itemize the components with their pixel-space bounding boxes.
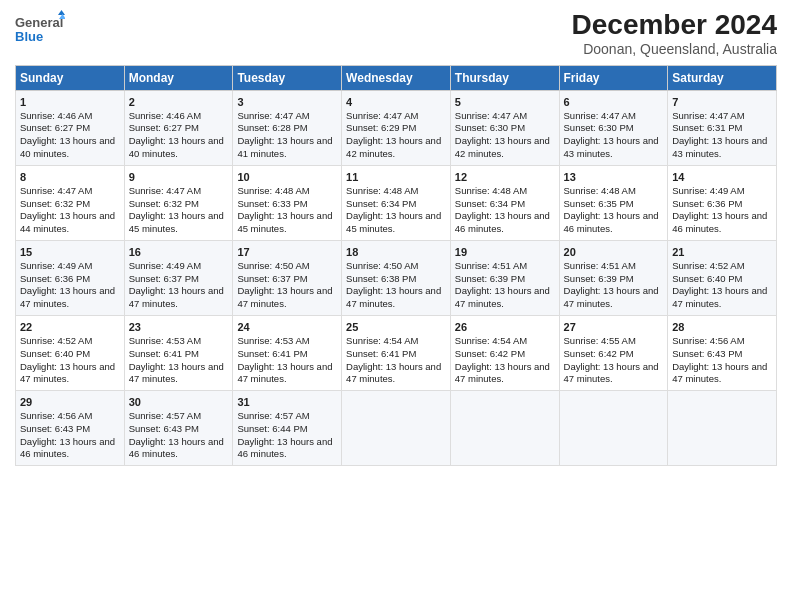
calendar-cell: 22Sunrise: 4:52 AMSunset: 6:40 PMDayligh… <box>16 316 125 391</box>
daylight-label: Daylight: 13 hours and 47 minutes. <box>455 361 550 385</box>
sunset-label: Sunset: 6:38 PM <box>346 273 416 284</box>
sunset-label: Sunset: 6:39 PM <box>564 273 634 284</box>
svg-text:Blue: Blue <box>15 29 43 44</box>
day-number: 30 <box>129 395 229 410</box>
header: General Blue December 2024 Doonan, Queen… <box>15 10 777 57</box>
sunrise-label: Sunrise: 4:47 AM <box>346 110 418 121</box>
calendar-cell <box>342 391 451 466</box>
daylight-label: Daylight: 13 hours and 45 minutes. <box>129 210 224 234</box>
calendar-cell: 2Sunrise: 4:46 AMSunset: 6:27 PMDaylight… <box>124 90 233 165</box>
calendar-cell: 8Sunrise: 4:47 AMSunset: 6:32 PMDaylight… <box>16 165 125 240</box>
calendar-cell: 4Sunrise: 4:47 AMSunset: 6:29 PMDaylight… <box>342 90 451 165</box>
daylight-label: Daylight: 13 hours and 45 minutes. <box>346 210 441 234</box>
calendar-cell: 13Sunrise: 4:48 AMSunset: 6:35 PMDayligh… <box>559 165 668 240</box>
calendar-cell: 20Sunrise: 4:51 AMSunset: 6:39 PMDayligh… <box>559 240 668 315</box>
calendar-cell <box>450 391 559 466</box>
day-number: 12 <box>455 170 555 185</box>
sunset-label: Sunset: 6:42 PM <box>455 348 525 359</box>
day-number: 11 <box>346 170 446 185</box>
sunset-label: Sunset: 6:40 PM <box>672 273 742 284</box>
calendar-cell: 18Sunrise: 4:50 AMSunset: 6:38 PMDayligh… <box>342 240 451 315</box>
sunrise-label: Sunrise: 4:56 AM <box>20 410 92 421</box>
sunset-label: Sunset: 6:30 PM <box>455 122 525 133</box>
sunrise-label: Sunrise: 4:48 AM <box>346 185 418 196</box>
sunrise-label: Sunrise: 4:54 AM <box>346 335 418 346</box>
daylight-label: Daylight: 13 hours and 47 minutes. <box>20 285 115 309</box>
calendar-cell: 10Sunrise: 4:48 AMSunset: 6:33 PMDayligh… <box>233 165 342 240</box>
sunrise-label: Sunrise: 4:47 AM <box>20 185 92 196</box>
daylight-label: Daylight: 13 hours and 46 minutes. <box>129 436 224 460</box>
daylight-label: Daylight: 13 hours and 47 minutes. <box>346 361 441 385</box>
day-number: 9 <box>129 170 229 185</box>
sunrise-label: Sunrise: 4:50 AM <box>237 260 309 271</box>
daylight-label: Daylight: 13 hours and 43 minutes. <box>672 135 767 159</box>
sunset-label: Sunset: 6:27 PM <box>20 122 90 133</box>
svg-text:General: General <box>15 15 63 30</box>
sunrise-label: Sunrise: 4:46 AM <box>20 110 92 121</box>
daylight-label: Daylight: 13 hours and 47 minutes. <box>237 285 332 309</box>
sunset-label: Sunset: 6:28 PM <box>237 122 307 133</box>
daylight-label: Daylight: 13 hours and 42 minutes. <box>455 135 550 159</box>
calendar-cell: 27Sunrise: 4:55 AMSunset: 6:42 PMDayligh… <box>559 316 668 391</box>
day-number: 16 <box>129 245 229 260</box>
header-row: Sunday Monday Tuesday Wednesday Thursday… <box>16 65 777 90</box>
calendar-cell: 14Sunrise: 4:49 AMSunset: 6:36 PMDayligh… <box>668 165 777 240</box>
sunrise-label: Sunrise: 4:48 AM <box>564 185 636 196</box>
day-number: 17 <box>237 245 337 260</box>
sunrise-label: Sunrise: 4:57 AM <box>129 410 201 421</box>
daylight-label: Daylight: 13 hours and 47 minutes. <box>129 361 224 385</box>
sunrise-label: Sunrise: 4:51 AM <box>455 260 527 271</box>
sunrise-label: Sunrise: 4:47 AM <box>672 110 744 121</box>
calendar-cell: 1Sunrise: 4:46 AMSunset: 6:27 PMDaylight… <box>16 90 125 165</box>
sunrise-label: Sunrise: 4:50 AM <box>346 260 418 271</box>
calendar-week-2: 8Sunrise: 4:47 AMSunset: 6:32 PMDaylight… <box>16 165 777 240</box>
calendar-cell: 6Sunrise: 4:47 AMSunset: 6:30 PMDaylight… <box>559 90 668 165</box>
sunrise-label: Sunrise: 4:53 AM <box>237 335 309 346</box>
col-tuesday: Tuesday <box>233 65 342 90</box>
sunrise-label: Sunrise: 4:49 AM <box>672 185 744 196</box>
sunrise-label: Sunrise: 4:49 AM <box>129 260 201 271</box>
calendar-cell: 25Sunrise: 4:54 AMSunset: 6:41 PMDayligh… <box>342 316 451 391</box>
sunset-label: Sunset: 6:29 PM <box>346 122 416 133</box>
calendar-cell: 11Sunrise: 4:48 AMSunset: 6:34 PMDayligh… <box>342 165 451 240</box>
calendar-cell: 9Sunrise: 4:47 AMSunset: 6:32 PMDaylight… <box>124 165 233 240</box>
sunset-label: Sunset: 6:40 PM <box>20 348 90 359</box>
daylight-label: Daylight: 13 hours and 44 minutes. <box>20 210 115 234</box>
calendar-cell: 24Sunrise: 4:53 AMSunset: 6:41 PMDayligh… <box>233 316 342 391</box>
sunset-label: Sunset: 6:32 PM <box>129 198 199 209</box>
sunset-label: Sunset: 6:32 PM <box>20 198 90 209</box>
svg-marker-2 <box>58 10 65 15</box>
calendar-cell: 7Sunrise: 4:47 AMSunset: 6:31 PMDaylight… <box>668 90 777 165</box>
calendar-cell: 12Sunrise: 4:48 AMSunset: 6:34 PMDayligh… <box>450 165 559 240</box>
daylight-label: Daylight: 13 hours and 47 minutes. <box>346 285 441 309</box>
col-sunday: Sunday <box>16 65 125 90</box>
day-number: 15 <box>20 245 120 260</box>
day-number: 19 <box>455 245 555 260</box>
day-number: 27 <box>564 320 664 335</box>
sunset-label: Sunset: 6:36 PM <box>20 273 90 284</box>
daylight-label: Daylight: 13 hours and 46 minutes. <box>564 210 659 234</box>
calendar-week-5: 29Sunrise: 4:56 AMSunset: 6:43 PMDayligh… <box>16 391 777 466</box>
day-number: 10 <box>237 170 337 185</box>
daylight-label: Daylight: 13 hours and 47 minutes. <box>20 361 115 385</box>
calendar-cell: 3Sunrise: 4:47 AMSunset: 6:28 PMDaylight… <box>233 90 342 165</box>
calendar-cell: 23Sunrise: 4:53 AMSunset: 6:41 PMDayligh… <box>124 316 233 391</box>
sunrise-label: Sunrise: 4:48 AM <box>237 185 309 196</box>
sunrise-label: Sunrise: 4:57 AM <box>237 410 309 421</box>
sunrise-label: Sunrise: 4:51 AM <box>564 260 636 271</box>
calendar-cell: 28Sunrise: 4:56 AMSunset: 6:43 PMDayligh… <box>668 316 777 391</box>
day-number: 2 <box>129 95 229 110</box>
col-friday: Friday <box>559 65 668 90</box>
day-number: 24 <box>237 320 337 335</box>
col-saturday: Saturday <box>668 65 777 90</box>
sunrise-label: Sunrise: 4:47 AM <box>237 110 309 121</box>
page-title: December 2024 <box>572 10 777 41</box>
col-thursday: Thursday <box>450 65 559 90</box>
daylight-label: Daylight: 13 hours and 46 minutes. <box>20 436 115 460</box>
day-number: 25 <box>346 320 446 335</box>
calendar-cell: 21Sunrise: 4:52 AMSunset: 6:40 PMDayligh… <box>668 240 777 315</box>
day-number: 8 <box>20 170 120 185</box>
daylight-label: Daylight: 13 hours and 42 minutes. <box>346 135 441 159</box>
calendar-cell: 5Sunrise: 4:47 AMSunset: 6:30 PMDaylight… <box>450 90 559 165</box>
calendar-week-4: 22Sunrise: 4:52 AMSunset: 6:40 PMDayligh… <box>16 316 777 391</box>
